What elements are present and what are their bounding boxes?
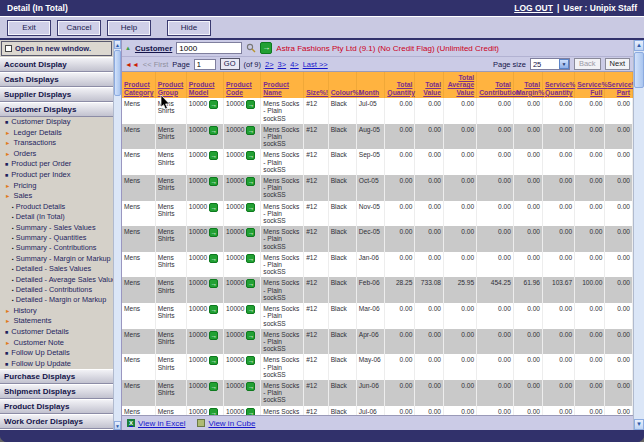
sidebar-section-account-display[interactable]: Account Display <box>0 57 113 72</box>
chevron-down-icon[interactable]: ▼ <box>559 59 569 69</box>
sidebar-section-shipment-displays[interactable]: Shipment Displays <box>0 384 113 399</box>
col-header-total-value[interactable]: Total Value <box>415 72 444 98</box>
sidebar-subitem-detail-in-total[interactable]: ▪Detail (In Total) <box>0 212 113 222</box>
col-header-product-group[interactable]: Product Group <box>155 72 186 98</box>
col-header-total-margin[interactable]: Total Margin% <box>513 72 542 98</box>
scrollbar-thumb[interactable] <box>634 52 644 88</box>
col-header-product-name[interactable]: Product Name <box>261 72 304 98</box>
last-page-link[interactable]: Last >> <box>303 60 328 69</box>
drill-arrow-icon[interactable]: → <box>209 177 218 186</box>
toolbar-button-help[interactable]: Help <box>107 20 151 36</box>
col-header-service-quantity[interactable]: Service% Quantity <box>543 72 575 98</box>
drill-arrow-icon[interactable]: → <box>209 408 218 415</box>
sidebar-item-pricing[interactable]: ►Pricing <box>0 181 113 192</box>
sidebar-subitem-summary-sales-values[interactable]: ▪Summary - Sales Values <box>0 223 113 233</box>
sidebar-item-follow-up-details[interactable]: ■Follow Up Details <box>0 348 113 359</box>
toolbar-button-hide[interactable]: Hide <box>167 20 211 36</box>
page-size-select[interactable]: 25 ▼ <box>530 58 570 70</box>
sidebar-section-product-displays[interactable]: Product Displays <box>0 399 113 414</box>
col-header-service-part[interactable]: Service% Part <box>605 72 633 98</box>
drill-arrow-icon[interactable]: → <box>246 279 255 288</box>
drill-arrow-icon[interactable]: → <box>209 228 218 237</box>
page-number-input[interactable] <box>194 59 216 70</box>
customer-go-arrow-icon[interactable]: → <box>260 42 272 54</box>
page-link-2[interactable]: 2> <box>265 60 274 69</box>
drill-arrow-icon[interactable]: → <box>246 408 255 415</box>
drill-arrow-icon[interactable]: → <box>246 228 255 237</box>
sidebar-item-history[interactable]: ►History <box>0 306 113 317</box>
drill-arrow-icon[interactable]: → <box>246 382 255 391</box>
sidebar-scrollbar[interactable]: ▲ ▼ <box>113 40 121 430</box>
logout-link[interactable]: LOG OUT <box>514 3 553 13</box>
drill-arrow-icon[interactable]: → <box>246 203 255 212</box>
sidebar-item-product-per-order[interactable]: ■Product per Order <box>0 159 113 170</box>
sidebar-subitem-summary-quantities[interactable]: ▪Summary - Quantities <box>0 233 113 243</box>
col-header-service-full[interactable]: Service% Full <box>575 72 605 98</box>
sidebar-section-employee-displays[interactable]: Employee Displays <box>0 429 113 430</box>
sidebar-section-purchase-displays[interactable]: Purchase Displays <box>0 369 113 384</box>
col-header-total-quantity[interactable]: Total Quantity <box>385 72 415 98</box>
sidebar-subitem-product-details[interactable]: ▪Product Details <box>0 202 113 212</box>
scroll-up-icon[interactable]: ▲ <box>114 40 121 49</box>
drill-arrow-icon[interactable]: → <box>246 100 255 109</box>
page-link-4[interactable]: 4> <box>290 60 299 69</box>
lookup-icon[interactable] <box>246 43 256 53</box>
drill-arrow-icon[interactable]: → <box>246 356 255 365</box>
sidebar-item-product-per-index[interactable]: ■Product per Index <box>0 170 113 181</box>
drill-arrow-icon[interactable]: → <box>209 254 218 263</box>
col-header-product-code[interactable]: Product Code <box>224 72 261 98</box>
col-header-colour[interactable]: Colour%! <box>328 72 356 98</box>
drill-arrow-icon[interactable]: → <box>209 331 218 340</box>
sidebar-item-customer-note[interactable]: ►Customer Note <box>0 338 113 349</box>
col-header-product-category[interactable]: Product Category <box>122 72 155 98</box>
drill-arrow-icon[interactable]: → <box>246 305 255 314</box>
next-button[interactable]: Next <box>605 58 630 70</box>
sidebar-item-ledger-details[interactable]: ►Ledger Details <box>0 128 113 139</box>
sidebar-section-supplier-displays[interactable]: Supplier Displays <box>0 87 113 102</box>
drill-arrow-icon[interactable]: → <box>209 356 218 365</box>
toolbar-button-exit[interactable]: Exit <box>7 20 51 36</box>
toolbar-button-cancel[interactable]: Cancel <box>57 20 101 36</box>
sidebar-subitem-summary-margin-or-markup[interactable]: ▪Summary - Margin or Markup <box>0 254 113 264</box>
sidebar-subitem-detailed-margin-or-markup[interactable]: ▪Detailed - Margin or Markup <box>0 295 113 305</box>
drill-arrow-icon[interactable]: → <box>246 126 255 135</box>
sidebar-item-statements[interactable]: ►Statements <box>0 316 113 327</box>
scroll-down-icon[interactable]: ▼ <box>634 419 644 430</box>
sidebar-subitem-detailed-average-sales-values[interactable]: ▪Detailed - Average Sales Values <box>0 275 113 285</box>
go-button[interactable]: GO <box>220 58 240 70</box>
content-scrollbar[interactable]: ▲ ▼ <box>633 40 644 430</box>
scrollbar-thumb[interactable] <box>114 50 121 96</box>
sidebar-item-customer-display[interactable]: ■Customer Display <box>0 117 113 128</box>
sidebar-item-follow-up-update[interactable]: ■Follow Up Update <box>0 359 113 370</box>
view-in-cube-link[interactable]: View in Cube <box>197 419 255 428</box>
sidebar-item-sales[interactable]: ►Sales <box>0 191 113 202</box>
drill-arrow-icon[interactable]: → <box>209 382 218 391</box>
drill-arrow-icon[interactable]: → <box>209 279 218 288</box>
drill-arrow-icon[interactable]: → <box>209 305 218 314</box>
view-in-excel-link[interactable]: X View in Excel <box>127 419 185 428</box>
col-header-product-model[interactable]: Product Model <box>186 72 223 98</box>
customer-input[interactable] <box>176 42 242 54</box>
collapse-panel-icon[interactable]: ▲ <box>125 45 131 51</box>
drill-arrow-icon[interactable]: → <box>209 100 218 109</box>
sidebar-subitem-detailed-contributions[interactable]: ▪Detailed - Contributions <box>0 285 113 295</box>
sidebar-item-customer-details[interactable]: ■Customer Details <box>0 327 113 338</box>
sidebar-section-cash-displays[interactable]: Cash Displays <box>0 72 113 87</box>
drill-arrow-icon[interactable]: → <box>209 151 218 160</box>
col-header-size[interactable]: Size%! <box>304 72 329 98</box>
drill-arrow-icon[interactable]: → <box>209 126 218 135</box>
col-header-month[interactable]: Month <box>356 72 385 98</box>
sidebar-section-customer-displays[interactable]: Customer Displays <box>0 102 113 117</box>
sidebar-subitem-summary-contributions[interactable]: ▪Summary - Contributions <box>0 243 113 253</box>
drill-arrow-icon[interactable]: → <box>246 254 255 263</box>
drill-arrow-icon[interactable]: → <box>246 331 255 340</box>
open-new-window-checkbox[interactable] <box>5 45 12 52</box>
drill-arrow-icon[interactable]: → <box>246 151 255 160</box>
col-header-total-contribution[interactable]: Total Contribution <box>477 72 514 98</box>
sidebar-subitem-detailed-sales-values[interactable]: ▪Detailed - Sales Values <box>0 264 113 274</box>
back-button[interactable]: Back <box>574 58 601 70</box>
drill-arrow-icon[interactable]: → <box>209 203 218 212</box>
col-header-total-average-value[interactable]: Total Average Value <box>444 72 477 98</box>
drill-arrow-icon[interactable]: → <box>246 177 255 186</box>
scroll-up-icon[interactable]: ▲ <box>634 40 644 51</box>
